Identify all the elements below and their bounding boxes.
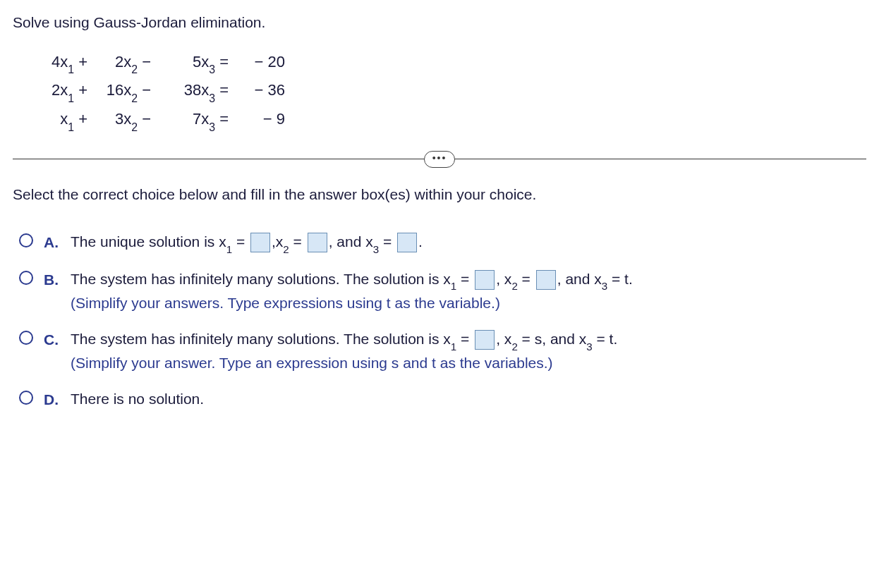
choice-b-hint: (Simplify your answers. Type expressions…: [71, 295, 500, 311]
answer-input-a-x3[interactable]: [397, 233, 417, 252]
choice-b-body: The system has infinitely many solutions…: [71, 268, 866, 315]
choice-c-body: The system has infinitely many solutions…: [71, 328, 866, 375]
choice-d-body: There is no solution.: [71, 388, 866, 411]
choice-c-hint: (Simplify your answer. Type an expressio…: [71, 355, 553, 371]
choice-c-radio[interactable]: [19, 331, 33, 345]
choice-d-radio[interactable]: [19, 391, 33, 405]
answer-input-a-x2[interactable]: [308, 233, 327, 252]
equation-row-3: x1 + 3x2 − 7x3 = − 9: [38, 107, 866, 133]
choice-b-radio[interactable]: [19, 271, 33, 285]
answer-input-b-x1[interactable]: [475, 270, 495, 290]
choice-b: B. The system has infinitely many soluti…: [16, 268, 866, 315]
ellipsis-icon[interactable]: •••: [424, 151, 455, 168]
choice-d-label: D.: [44, 388, 62, 412]
choice-d: D. There is no solution.: [16, 388, 866, 412]
choice-c: C. The system has infinitely many soluti…: [16, 328, 866, 375]
answer-instruction: Select the correct choice below and fill…: [13, 183, 866, 207]
choice-a: A. The unique solution is x1 = ,x2 = , a…: [16, 231, 866, 255]
choice-a-body: The unique solution is x1 = ,x2 = , and …: [71, 231, 866, 255]
choice-a-label: A.: [44, 231, 62, 255]
equation-system: 4x1 + 2x2 − 5x3 = − 20 2x1 + 16x2 − 38x3…: [38, 50, 866, 134]
equation-row-1: 4x1 + 2x2 − 5x3 = − 20: [38, 50, 866, 76]
choice-c-label: C.: [44, 329, 62, 352]
answer-input-b-x2[interactable]: [536, 270, 556, 290]
equation-row-2: 2x1 + 16x2 − 38x3 = − 36: [38, 78, 866, 104]
section-divider: •••: [13, 159, 866, 159]
choice-a-radio[interactable]: [19, 233, 33, 247]
answer-input-a-x1[interactable]: [250, 233, 270, 252]
question-prompt: Solve using Gauss-Jordan elimination.: [13, 11, 866, 35]
choice-b-label: B.: [44, 269, 62, 292]
answer-input-c-x1[interactable]: [475, 330, 495, 350]
choice-list: A. The unique solution is x1 = ,x2 = , a…: [13, 231, 866, 412]
